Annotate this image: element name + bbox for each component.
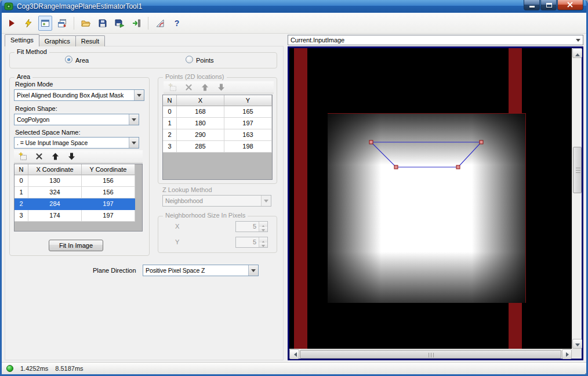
- cell-y[interactable]: 198: [224, 141, 272, 153]
- column-header-x-coordinate[interactable]: X Coordinate: [28, 164, 82, 175]
- image-display-toggle-button[interactable]: [38, 16, 52, 31]
- cell-x[interactable]: 284: [28, 198, 82, 210]
- fit-in-image-button[interactable]: Fit In Image: [49, 240, 103, 251]
- arrow-down-icon: [67, 152, 76, 161]
- cell-n[interactable]: 2: [14, 198, 28, 210]
- cell-n[interactable]: 0: [163, 106, 177, 118]
- column-header-n[interactable]: N: [163, 95, 177, 106]
- cell-y[interactable]: 197: [224, 118, 272, 129]
- tab-result[interactable]: Result: [75, 35, 105, 46]
- cell-y[interactable]: 197: [82, 210, 135, 222]
- electric-run-button[interactable]: [21, 16, 35, 31]
- cell-x[interactable]: 130: [28, 175, 82, 187]
- vertical-scroll-thumb[interactable]: [573, 147, 582, 193]
- neighborhood-size-legend: Neighborhood Size In Pixels: [163, 212, 248, 219]
- chevron-down-icon[interactable]: [573, 35, 583, 45]
- cell-x[interactable]: 180: [177, 118, 224, 129]
- region-polygon[interactable]: [371, 142, 481, 167]
- help-button[interactable]: ?: [170, 16, 184, 31]
- image-viewer: [288, 46, 583, 360]
- title-bar[interactable]: Cog3DRangeImagePlaneEstimatorTool1: [0, 0, 588, 13]
- move-up-button[interactable]: [50, 151, 60, 161]
- column-header-y[interactable]: Y: [224, 95, 272, 106]
- resize-grip[interactable]: [583, 371, 584, 372]
- scroll-up-button[interactable]: [572, 48, 582, 58]
- status-time-2: 8.5187ms: [55, 365, 83, 372]
- table-row[interactable]: 3 174 197: [14, 210, 142, 222]
- fit-method-points-radio[interactable]: [186, 56, 193, 63]
- run-button[interactable]: [5, 16, 19, 31]
- region-overlay: [289, 48, 572, 349]
- table-row[interactable]: 0 130 156: [14, 175, 142, 187]
- cell-n[interactable]: 0: [14, 175, 28, 187]
- polygon-handle[interactable]: [480, 140, 483, 144]
- save-as-button[interactable]: [112, 16, 126, 31]
- column-header-n[interactable]: N: [14, 164, 28, 175]
- tab-graphics[interactable]: Graphics: [39, 35, 76, 46]
- chevron-down-icon[interactable]: [248, 265, 258, 276]
- polygon-handle[interactable]: [394, 165, 398, 169]
- float-window-button[interactable]: [55, 16, 69, 31]
- table-row[interactable]: 2 290 163: [163, 129, 272, 141]
- scroll-down-button[interactable]: [572, 339, 582, 349]
- plane-direction-combo[interactable]: Positive Pixel Space Z: [143, 265, 259, 276]
- measure-angle-button[interactable]: [153, 16, 167, 31]
- move-down-button[interactable]: [67, 151, 77, 161]
- cell-n[interactable]: 1: [163, 118, 177, 129]
- move-up-button: [200, 82, 210, 92]
- scroll-right-button[interactable]: [562, 349, 572, 359]
- cell-n[interactable]: 3: [14, 210, 28, 222]
- minimize-button[interactable]: [524, 0, 540, 10]
- cell-n[interactable]: 1: [14, 187, 28, 198]
- cell-y[interactable]: 197: [82, 198, 135, 210]
- region-shape-combo[interactable]: CogPolygon: [14, 114, 139, 125]
- cell-x[interactable]: 174: [28, 210, 82, 222]
- table-row[interactable]: 0 168 165: [163, 106, 272, 118]
- z-lookup-label: Z Lookup Method: [162, 186, 212, 193]
- scroll-left-button[interactable]: [289, 349, 299, 359]
- chevron-down-icon[interactable]: [129, 138, 139, 148]
- polygon-handle[interactable]: [369, 140, 373, 144]
- table-row[interactable]: 1 180 197: [163, 118, 272, 129]
- fit-method-legend: Fit Method: [14, 48, 49, 55]
- table-row[interactable]: 2 284 197: [14, 198, 142, 210]
- maximize-icon: [546, 3, 552, 8]
- area-grid-toolbar: [14, 150, 143, 163]
- chevron-down-icon[interactable]: [134, 90, 144, 100]
- save-button[interactable]: [96, 16, 110, 31]
- delete-row-button[interactable]: [34, 151, 44, 161]
- cell-y[interactable]: 165: [224, 106, 272, 118]
- range-image-canvas[interactable]: [289, 48, 572, 349]
- vertical-scrollbar[interactable]: [572, 48, 582, 349]
- fit-method-area-label[interactable]: Area: [75, 57, 89, 64]
- cell-x[interactable]: 168: [177, 106, 224, 118]
- fit-method-points-label[interactable]: Points: [196, 57, 214, 64]
- cell-x[interactable]: 290: [177, 129, 224, 141]
- region-mode-combo[interactable]: Pixel Aligned Bounding Box Adjust Mask: [14, 89, 144, 101]
- column-header-x[interactable]: X: [177, 95, 224, 106]
- polygon-handle[interactable]: [456, 165, 460, 169]
- cell-y[interactable]: 156: [82, 175, 135, 187]
- horizontal-scroll-thumb[interactable]: [300, 350, 561, 359]
- table-row[interactable]: 3 285 198: [163, 141, 272, 153]
- fit-method-area-radio[interactable]: [65, 56, 72, 63]
- cell-n[interactable]: 2: [163, 129, 177, 141]
- horizontal-scrollbar[interactable]: [289, 349, 572, 359]
- chevron-down-icon[interactable]: [129, 114, 139, 125]
- tab-settings[interactable]: Settings: [5, 34, 39, 46]
- cell-y[interactable]: 163: [224, 129, 272, 141]
- column-header-y-coordinate[interactable]: Y Coordinate: [82, 164, 135, 175]
- cell-n[interactable]: 3: [163, 141, 177, 153]
- cell-x[interactable]: 285: [177, 141, 224, 153]
- table-row[interactable]: 1 324 156: [14, 187, 142, 198]
- save-as-floppy-icon: [115, 19, 124, 28]
- cell-x[interactable]: 324: [28, 187, 82, 198]
- maximize-button[interactable]: [540, 0, 557, 10]
- open-file-button[interactable]: [79, 16, 93, 31]
- space-name-combo[interactable]: . = Use Input Image Space: [14, 137, 139, 149]
- image-selector-combo[interactable]: Current.InputImage: [288, 35, 583, 45]
- add-row-button[interactable]: [18, 151, 28, 161]
- close-button[interactable]: [557, 0, 583, 10]
- revert-input-button[interactable]: [129, 16, 143, 31]
- cell-y[interactable]: 156: [82, 187, 135, 198]
